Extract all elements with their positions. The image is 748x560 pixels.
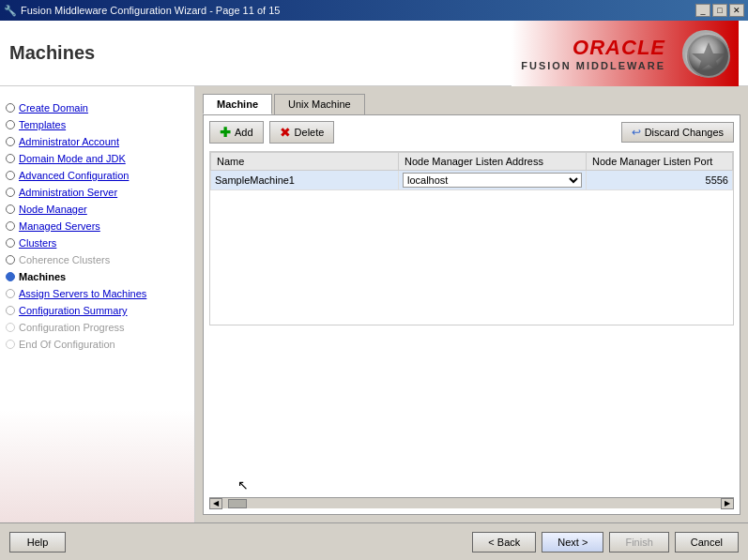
scroll-right-button[interactable]: ▶	[721, 498, 734, 509]
close-button[interactable]: ✕	[729, 4, 744, 17]
back-button[interactable]: < Back	[472, 532, 536, 552]
discard-changes-button[interactable]: ↩ Discard Changes	[621, 122, 734, 143]
sidebar: Create Domain Templates Administrator Ac…	[0, 86, 195, 522]
title-bar-left: 🔧 Fusion Middleware Configuration Wizard…	[4, 5, 280, 17]
main-container: Machines ORACLE FUSION MIDDLEWARE	[0, 21, 748, 560]
col-name: Name	[211, 153, 399, 171]
sidebar-item-clusters[interactable]: Clusters	[0, 235, 194, 251]
nav-dot-node-manager	[6, 204, 15, 214]
data-table: Name Node Manager Listen Address Node Ma…	[209, 151, 734, 325]
nav-dot-clusters	[6, 238, 15, 248]
oracle-sub: FUSION MIDDLEWARE	[521, 60, 665, 71]
cancel-button[interactable]: Cancel	[675, 532, 739, 552]
nav-dot-managed-servers	[6, 221, 15, 231]
toolbar-left: ✚ Add ✖ Delete	[209, 121, 334, 144]
sidebar-item-coherence-clusters: Coherence Clusters	[0, 251, 194, 268]
scroll-left-button[interactable]: ◀	[209, 498, 222, 509]
nav-dot-admin-server	[6, 188, 15, 197]
machine-name-input[interactable]	[215, 174, 394, 186]
delete-button[interactable]: ✖ Delete	[269, 121, 335, 144]
nav-dot-config-progress	[6, 323, 15, 332]
nav-dot-machines	[6, 272, 15, 281]
oracle-area: ORACLE FUSION MIDDLEWARE	[511, 21, 739, 86]
sidebar-item-machines: Machines	[0, 268, 194, 285]
tab-unix-machine[interactable]: Unix Machine	[274, 94, 365, 114]
scroll-area: ↖	[209, 325, 734, 498]
col-port: Node Manager Listen Port	[587, 153, 733, 171]
bottom-nav: Help < Back Next > Finish Cancel	[0, 522, 748, 560]
nav-dot-coherence	[6, 255, 15, 265]
maximize-button[interactable]: □	[712, 4, 727, 17]
sidebar-item-managed-servers[interactable]: Managed Servers	[0, 218, 194, 235]
table-header-row: Name Node Manager Listen Address Node Ma…	[211, 153, 733, 171]
nav-dot-domain-mode	[6, 154, 15, 163]
address-select[interactable]: localhost	[403, 173, 582, 188]
delete-icon: ✖	[280, 125, 291, 140]
window-title: Fusion Middleware Configuration Wizard -…	[21, 5, 280, 16]
minimize-button[interactable]: _	[695, 4, 710, 17]
header: Machines ORACLE FUSION MIDDLEWARE	[0, 21, 748, 86]
sidebar-item-end-config: End Of Configuration	[0, 336, 194, 353]
nav-dot-create-domain	[6, 103, 15, 113]
horizontal-scroll-thumb[interactable]	[228, 499, 247, 508]
sidebar-item-advanced-config[interactable]: Advanced Configuration	[0, 167, 194, 184]
sidebar-item-domain-mode[interactable]: Domain Mode and JDK	[0, 150, 194, 167]
tabs: Machine Unix Machine	[203, 94, 740, 114]
discard-icon: ↩	[632, 126, 641, 139]
machine-address-cell[interactable]: localhost	[399, 171, 587, 190]
sidebar-item-admin-server[interactable]: Administration Server	[0, 184, 194, 201]
cursor-indicator: ↖	[237, 477, 249, 492]
nav-dot-config-summary	[6, 306, 15, 315]
table-row[interactable]: localhost	[211, 171, 733, 190]
next-button[interactable]: Next >	[542, 532, 603, 552]
title-bar: 🔧 Fusion Middleware Configuration Wizard…	[0, 0, 748, 21]
oracle-logo: ORACLE FUSION MIDDLEWARE	[521, 36, 665, 71]
machines-table: Name Node Manager Listen Address Node Ma…	[210, 152, 733, 190]
nav-dot-admin	[6, 137, 15, 146]
nav-dot-advanced	[6, 171, 15, 180]
sidebar-item-config-progress: Configuration Progress	[0, 319, 194, 336]
sidebar-item-create-domain[interactable]: Create Domain	[0, 99, 194, 116]
add-button[interactable]: ✚ Add	[209, 121, 264, 144]
content-area: Create Domain Templates Administrator Ac…	[0, 86, 748, 522]
tab-machine[interactable]: Machine	[203, 94, 272, 114]
oracle-icon	[682, 30, 729, 77]
title-bar-controls[interactable]: _ □ ✕	[695, 4, 744, 17]
sidebar-item-config-summary[interactable]: Configuration Summary	[0, 302, 194, 319]
sidebar-item-admin-account[interactable]: Administrator Account	[0, 133, 194, 150]
sidebar-item-templates[interactable]: Templates	[0, 116, 194, 133]
panel-content: ✚ Add ✖ Delete ↩ Discard Changes	[203, 114, 740, 515]
nav-dot-templates	[6, 120, 15, 129]
machine-port-cell[interactable]	[587, 171, 733, 190]
machine-name-cell[interactable]	[211, 171, 399, 190]
sidebar-item-node-manager[interactable]: Node Manager	[0, 201, 194, 218]
nav-dot-end-config	[6, 340, 15, 349]
port-input[interactable]	[590, 174, 728, 186]
horizontal-scrollbar[interactable]: ◀ ▶	[209, 497, 734, 508]
col-address: Node Manager Listen Address	[399, 153, 587, 171]
finish-button: Finish	[609, 532, 668, 552]
page-title: Machines	[9, 42, 95, 64]
main-panel: Machine Unix Machine ✚ Add ✖	[195, 86, 748, 522]
oracle-brand: ORACLE	[572, 36, 665, 60]
add-icon: ✚	[220, 125, 231, 140]
nav-dot-assign-servers	[6, 289, 15, 298]
app-icon: 🔧	[4, 5, 17, 17]
help-button[interactable]: Help	[9, 532, 66, 552]
toolbar: ✚ Add ✖ Delete ↩ Discard Changes	[209, 121, 734, 144]
sidebar-item-assign-servers[interactable]: Assign Servers to Machines	[0, 285, 194, 302]
bottom-nav-right: < Back Next > Finish Cancel	[472, 532, 739, 552]
